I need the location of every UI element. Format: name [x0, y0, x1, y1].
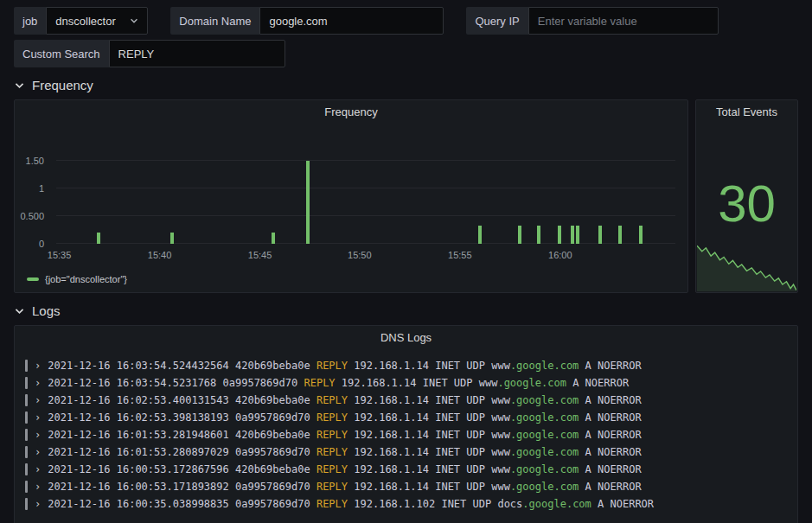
y-axis-label: 1.50: [26, 156, 44, 166]
log-highlight-term: REPLY: [316, 463, 348, 475]
log-body: 192.168.1.14 INET UDP www: [348, 446, 510, 458]
x-axis-label: 15:50: [348, 250, 372, 260]
variable-custom-search-label: Custom Search: [14, 40, 109, 67]
frequency-panel-title[interactable]: Frequency: [15, 100, 687, 123]
expand-row-icon[interactable]: ›: [35, 360, 41, 372]
variable-query-ip-label: Query IP: [466, 7, 527, 35]
log-row[interactable]: ›2021-12-16 16:01:53.280897029 0a9957869…: [20, 443, 790, 461]
x-axis-label: 15:45: [248, 250, 272, 260]
frequency-panel: Frequency 00.50011.50 15:3515:4015:4515:…: [14, 99, 688, 293]
x-axis-label: 16:00: [548, 250, 572, 260]
x-axis-label: 15:35: [48, 250, 72, 260]
frequency-bar: [639, 226, 643, 244]
expand-row-icon[interactable]: ›: [35, 481, 41, 493]
frequency-bar: [170, 233, 174, 244]
log-message: 2021-12-16 16:00:53.171893892 0a9957869d…: [48, 481, 641, 493]
freq-x-axis: 15:3515:4015:4515:5015:5516:00: [56, 249, 675, 261]
log-row[interactable]: ›2021-12-16 16:02:53.400131543 420b69beb…: [20, 392, 790, 409]
y-axis-label: 0: [39, 239, 44, 249]
log-row[interactable]: ›2021-12-16 16:03:54.524432564 420b69beb…: [20, 357, 790, 374]
log-tail: A NOERROR: [579, 463, 641, 475]
freq-plot: [56, 156, 675, 244]
y-axis-label: 0.500: [20, 212, 44, 221]
total-events-panel: Total Events 30: [695, 99, 798, 293]
log-body: 192.168.1.14 INET UDP www: [348, 360, 510, 372]
chevron-down-icon: [14, 305, 25, 316]
log-tail: A NOERROR: [566, 377, 629, 389]
frequency-bar: [272, 233, 275, 244]
log-row[interactable]: ›2021-12-16 16:01:53.281948601 420b69beb…: [20, 426, 790, 443]
log-highlight-domain: .google.com: [522, 498, 591, 510]
log-level-indicator: [25, 360, 28, 372]
log-message: 2021-12-16 16:00:35.038998835 0a9957869d…: [48, 498, 654, 510]
total-events-sparkline: [697, 234, 796, 291]
expand-row-icon[interactable]: ›: [35, 394, 41, 406]
expand-row-icon[interactable]: ›: [35, 463, 41, 475]
log-row[interactable]: ›2021-12-16 16:02:53.398138193 0a9957869…: [20, 409, 790, 426]
variable-job-value: dnscollector: [55, 15, 115, 28]
chevron-down-icon: [129, 16, 139, 26]
x-axis-label: 15:40: [148, 250, 172, 260]
log-level-indicator: [25, 498, 28, 510]
log-level-indicator: [25, 429, 28, 441]
frequency-bar: [598, 226, 602, 244]
log-tail: A NOERROR: [579, 411, 641, 424]
frequency-bar: [306, 161, 310, 244]
log-highlight-term: REPLY: [316, 394, 348, 406]
row-title-logs: Logs: [32, 303, 61, 318]
total-events-value: 30: [696, 178, 797, 230]
frequency-bar: [97, 233, 100, 244]
total-events-panel-title[interactable]: Total Events: [696, 100, 797, 123]
log-message: 2021-12-16 16:03:54.5231768 0a9957869d70…: [48, 377, 629, 389]
frequency-bar: [537, 226, 540, 244]
freq-legend[interactable]: {job="dnscollector"}: [27, 274, 127, 284]
log-message: 2021-12-16 16:01:53.281948601 420b69beba…: [48, 429, 641, 441]
expand-row-icon[interactable]: ›: [35, 429, 41, 441]
variable-job-label: job: [14, 7, 46, 35]
log-highlight-term: REPLY: [316, 411, 348, 424]
row-title-frequency: Frequency: [32, 78, 93, 92]
expand-row-icon[interactable]: ›: [35, 411, 41, 424]
log-prefix: 2021-12-16 16:02:53.400131543 420b69beba…: [48, 394, 316, 406]
log-row[interactable]: ›2021-12-16 16:00:35.038998835 0a9957869…: [20, 495, 790, 513]
variable-domain-name-label: Domain Name: [170, 7, 259, 35]
legend-label: {job="dnscollector"}: [45, 274, 127, 284]
log-message: 2021-12-16 16:00:53.172867596 420b69beba…: [48, 463, 641, 475]
log-tail: A NOERROR: [579, 429, 641, 441]
query-ip-input[interactable]: [528, 7, 719, 35]
custom-search-input[interactable]: [109, 40, 285, 67]
log-prefix: 2021-12-16 16:03:54.524432564 420b69beba…: [48, 360, 316, 372]
expand-row-icon[interactable]: ›: [35, 377, 41, 389]
log-highlight-term: REPLY: [316, 446, 348, 458]
log-highlight-term: REPLY: [316, 498, 348, 510]
row-toggle-frequency[interactable]: Frequency: [14, 78, 93, 92]
x-axis-label: 15:55: [448, 250, 472, 260]
gridline: [56, 243, 675, 244]
frequency-bar: [518, 226, 521, 244]
expand-row-icon[interactable]: ›: [35, 446, 41, 458]
dns-logs-panel-title[interactable]: DNS Logs: [15, 326, 797, 348]
log-body: 192.168.1.14 INET UDP www: [336, 377, 498, 389]
variable-custom-search: Custom Search: [14, 40, 285, 67]
log-tail: A NOERROR: [591, 498, 654, 510]
log-prefix: 2021-12-16 16:01:53.280897029 0a9957869d…: [48, 446, 316, 458]
y-axis-label: 1: [39, 184, 44, 194]
log-highlight-domain: .google.com: [510, 463, 579, 475]
log-body: 192.168.1.14 INET UDP www: [348, 411, 510, 424]
log-row[interactable]: ›2021-12-16 16:03:54.5231768 0a9957869d7…: [20, 374, 790, 392]
log-body: 192.168.1.14 INET UDP www: [348, 394, 510, 406]
log-tail: A NOERROR: [579, 394, 641, 406]
log-highlight-term: REPLY: [316, 481, 348, 493]
variable-job-picker[interactable]: dnscollector: [46, 7, 148, 35]
frequency-bar: [576, 226, 579, 244]
log-prefix: 2021-12-16 16:00:53.172867596 420b69beba…: [48, 463, 316, 475]
expand-row-icon[interactable]: ›: [35, 498, 41, 510]
log-row[interactable]: ›2021-12-16 16:00:53.172867596 420b69beb…: [20, 461, 790, 478]
log-level-indicator: [25, 411, 28, 424]
frequency-bar: [618, 226, 622, 244]
variables-bar: job dnscollector Domain Name Query IP Cu…: [0, 0, 812, 67]
row-toggle-logs[interactable]: Logs: [14, 303, 61, 318]
log-row[interactable]: ›2021-12-16 16:00:53.171893892 0a9957869…: [20, 478, 790, 495]
log-level-indicator: [25, 377, 28, 389]
domain-name-input[interactable]: [259, 7, 444, 35]
